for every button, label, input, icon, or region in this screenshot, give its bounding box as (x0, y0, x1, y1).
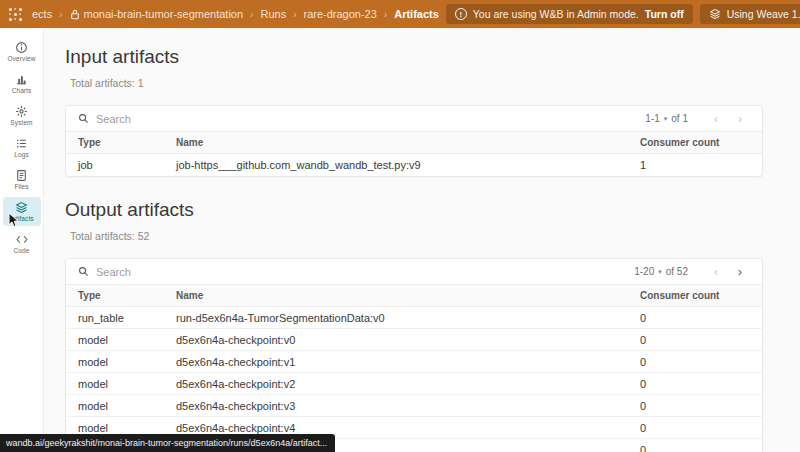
sidebar-label: Files (14, 183, 28, 190)
breadcrumb-separator: › (250, 9, 253, 20)
cell-consumer-count: 0 (628, 400, 762, 412)
info-icon (15, 41, 28, 54)
sidebar-item-code[interactable]: Code (3, 229, 41, 258)
page-range-dropdown[interactable]: 1-20 (634, 266, 654, 277)
output-table-body: run_table run-d5ex6n4a-TumorSegmentation… (66, 307, 762, 452)
code-icon (15, 233, 29, 246)
cell-name: d5ex6n4a-checkpoint:v0 (164, 334, 628, 346)
search-icon (78, 266, 89, 277)
column-header-type: Type (66, 290, 164, 301)
breadcrumb-runs[interactable]: Runs (260, 8, 286, 20)
page-total: of 1 (671, 113, 688, 124)
input-table-pagination: 1-1 ▾ of 1 ‹ › (645, 112, 750, 126)
cell-name: job-https___github.com_wandb_wandb_test.… (164, 159, 628, 171)
admin-mode-banner: ! You are using W&B in Admin mode. Turn … (446, 4, 693, 24)
weave-text: Using Weave 1.0 (727, 8, 800, 20)
cell-name: d5ex6n4a-checkpoint:v2 (164, 378, 628, 390)
artifacts-content: Input artifacts Total artifacts: 1 1-1 ▾… (44, 28, 800, 452)
cell-consumer-count: 0 (628, 422, 762, 434)
cell-type: model (66, 334, 164, 346)
cell-consumer-count: 0 (628, 378, 762, 390)
sidebar-item-charts[interactable]: Charts (3, 69, 41, 98)
input-artifacts-section: Input artifacts Total artifacts: 1 1-1 ▾… (65, 46, 800, 177)
breadcrumb-tab-artifacts[interactable]: Artifacts (394, 8, 439, 20)
column-header-consumer-count: Consumer count (628, 137, 762, 148)
bar-chart-icon (15, 73, 28, 86)
top-navbar: ects › monai-brain-tumor-segmentation › … (0, 0, 800, 28)
prev-page-button[interactable]: ‹ (706, 112, 726, 126)
cell-consumer-count: 0 (628, 334, 762, 346)
cell-consumer-count: 0 (628, 312, 762, 324)
output-artifacts-total: Total artifacts: 52 (70, 230, 800, 242)
input-artifacts-total: Total artifacts: 1 (70, 77, 800, 89)
cell-consumer-count: 0 (628, 356, 762, 368)
cell-type: model (66, 422, 164, 434)
sidebar-label: Overview (8, 55, 36, 62)
sidebar-item-files[interactable]: Files (3, 165, 41, 194)
warning-icon: ! (455, 8, 467, 20)
page-range-dropdown[interactable]: 1-1 (645, 113, 659, 124)
sidebar-item-overview[interactable]: Overview (3, 37, 41, 66)
table-row[interactable]: model d5ex6n4a-checkpoint:v3 0 (66, 395, 762, 417)
run-sidebar: Overview Charts System Logs Files Artifa… (0, 28, 44, 452)
table-row[interactable]: job job-https___github.com_wandb_wandb_t… (66, 154, 762, 176)
cell-type: model (66, 400, 164, 412)
chevron-down-icon[interactable]: ▾ (658, 268, 662, 276)
output-table-search-row: 1-20 ▾ of 52 ‹ › (66, 259, 762, 285)
cell-type: run_table (66, 312, 164, 324)
column-header-consumer-count: Consumer count (628, 290, 762, 301)
weave-layers-icon (709, 8, 721, 20)
input-artifacts-title: Input artifacts (65, 46, 800, 68)
weave-banner: Using Weave 1.0 Turn off (700, 4, 800, 24)
sidebar-label: Artifacts (9, 215, 33, 222)
prev-page-button[interactable]: ‹ (706, 265, 726, 279)
output-artifacts-title: Output artifacts (65, 199, 800, 221)
output-table-pagination: 1-20 ▾ of 52 ‹ › (634, 265, 750, 279)
admin-turn-off-button[interactable]: Turn off (645, 8, 684, 20)
cell-name: run-d5ex6n4a-TumorSegmentationData:v0 (164, 312, 628, 324)
input-artifacts-table: 1-1 ▾ of 1 ‹ › Type Name Consumer count (65, 105, 763, 177)
cell-name: d5ex6n4a-checkpoint:v1 (164, 356, 628, 368)
breadcrumb-separator: › (59, 9, 62, 20)
table-row[interactable]: run_table run-d5ex6n4a-TumorSegmentation… (66, 307, 762, 329)
wandb-logo-icon[interactable] (8, 7, 23, 22)
sidebar-label: System (10, 119, 32, 126)
input-table-search-input[interactable] (96, 113, 638, 125)
sidebar-label: Charts (12, 87, 32, 94)
admin-mode-text: You are using W&B in Admin mode. (473, 8, 639, 20)
column-header-name: Name (164, 290, 628, 301)
breadcrumb: ects › monai-brain-tumor-segmentation › … (32, 8, 439, 20)
column-header-type: Type (66, 137, 164, 148)
breadcrumb-separator: › (384, 9, 387, 20)
output-artifacts-section: Output artifacts Total artifacts: 52 1-2… (65, 199, 800, 452)
cell-type: job (66, 159, 164, 171)
cell-name: d5ex6n4a-checkpoint:v4 (164, 422, 628, 434)
chevron-down-icon[interactable]: ▾ (664, 115, 668, 123)
table-row[interactable]: model d5ex6n4a-checkpoint:v0 0 (66, 329, 762, 351)
link-preview-statusbar: wandb.ai/geekyrakshit/monai-brain-tumor-… (0, 434, 335, 452)
cell-consumer-count: 0 (628, 444, 762, 452)
cell-name: d5ex6n4a-checkpoint:v3 (164, 400, 628, 412)
breadcrumb-project[interactable]: monai-brain-tumor-segmentation (70, 8, 244, 20)
file-icon (15, 169, 28, 182)
sidebar-item-artifacts[interactable]: Artifacts (3, 197, 41, 226)
output-table-search-input[interactable] (96, 266, 627, 278)
cell-type: model (66, 356, 164, 368)
sidebar-item-logs[interactable]: Logs (3, 133, 41, 162)
page-total: of 52 (666, 266, 688, 277)
table-row[interactable]: model d5ex6n4a-checkpoint:v2 0 (66, 373, 762, 395)
next-page-button[interactable]: › (730, 265, 750, 279)
breadcrumb-separator: › (293, 9, 296, 20)
breadcrumb-projects[interactable]: ects (32, 8, 52, 20)
column-header-name: Name (164, 137, 628, 148)
sidebar-item-system[interactable]: System (3, 101, 41, 130)
next-page-button[interactable]: › (730, 112, 750, 126)
output-artifacts-table: 1-20 ▾ of 52 ‹ › Type Name Consumer coun… (65, 258, 763, 452)
table-row[interactable]: model d5ex6n4a-checkpoint:v1 0 (66, 351, 762, 373)
cell-type: model (66, 378, 164, 390)
breadcrumb-run[interactable]: rare-dragon-23 (303, 8, 376, 20)
input-table-body: job job-https___github.com_wandb_wandb_t… (66, 154, 762, 176)
sidebar-label: Code (14, 247, 30, 254)
gear-icon (15, 105, 28, 118)
input-table-search-row: 1-1 ▾ of 1 ‹ › (66, 106, 762, 132)
